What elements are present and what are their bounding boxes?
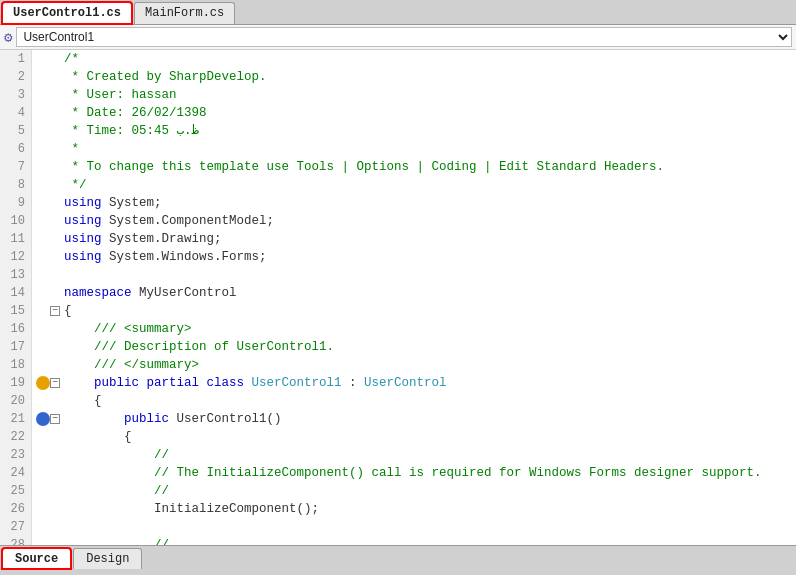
dropdown-bar: ⚙ UserControl1: [0, 25, 796, 50]
code-text-18: /// </summary>: [64, 356, 796, 374]
code-text-10: using System.ComponentModel;: [64, 212, 796, 230]
code-line-3: * User: hassan: [36, 86, 796, 104]
code-line-4: * Date: 26/02/1398: [36, 104, 796, 122]
line-number-16: 16: [6, 320, 25, 338]
code-text-11: using System.Drawing;: [64, 230, 796, 248]
code-text-1: /*: [64, 50, 796, 68]
code-line-17: /// Description of UserControl1.: [36, 338, 796, 356]
code-text-16: /// <summary>: [64, 320, 796, 338]
gutter-19[interactable]: −: [50, 374, 64, 392]
code-text-6: *: [64, 140, 796, 158]
line-number-19: 19: [6, 374, 25, 392]
code-text-5: * Time: 05:45 ظ.ب: [64, 122, 796, 140]
code-text-9: using System;: [64, 194, 796, 212]
line-number-24: 24: [6, 464, 25, 482]
code-text-3: * User: hassan: [64, 86, 796, 104]
code-text-28: //: [64, 536, 796, 545]
code-text-20: {: [64, 392, 796, 410]
code-line-7: * To change this template use Tools | Op…: [36, 158, 796, 176]
code-text-19: public partial class UserControl1 : User…: [64, 374, 796, 392]
code-text-26: InitializeComponent();: [64, 500, 796, 518]
gutter-15[interactable]: −: [50, 302, 64, 320]
line-number-14: 14: [6, 284, 25, 302]
code-line-6: *: [36, 140, 796, 158]
code-line-1: /*: [36, 50, 796, 68]
code-text-8: */: [64, 176, 796, 194]
line-number-25: 25: [6, 482, 25, 500]
code-line-21: − public UserControl1(): [36, 410, 796, 428]
tab-bar: UserControl1.csMainForm.cs: [0, 0, 796, 25]
line-number-6: 6: [6, 140, 25, 158]
code-line-16: /// <summary>: [36, 320, 796, 338]
code-text-2: * Created by SharpDevelop.: [64, 68, 796, 86]
line-number-13: 13: [6, 266, 25, 284]
line-number-23: 23: [6, 446, 25, 464]
line-number-10: 10: [6, 212, 25, 230]
line-number-28: 28: [6, 536, 25, 545]
line-number-26: 26: [6, 500, 25, 518]
code-line-8: */: [36, 176, 796, 194]
bottom-bar: SourceDesign: [0, 545, 796, 575]
code-line-13: [36, 266, 796, 284]
line-number-18: 18: [6, 356, 25, 374]
code-line-5: * Time: 05:45 ظ.ب: [36, 122, 796, 140]
code-text-23: //: [64, 446, 796, 464]
code-text-7: * To change this template use Tools | Op…: [64, 158, 796, 176]
code-text-22: {: [64, 428, 796, 446]
editor-area: 1234567891011121314151617181920212223242…: [0, 50, 796, 545]
line-number-20: 20: [6, 392, 25, 410]
code-line-26: InitializeComponent();: [36, 500, 796, 518]
code-line-25: //: [36, 482, 796, 500]
gutter-21[interactable]: −: [50, 410, 64, 428]
line-number-27: 27: [6, 518, 25, 536]
code-text-15: {: [64, 302, 796, 320]
code-line-15: −{: [36, 302, 796, 320]
code-line-20: {: [36, 392, 796, 410]
line-number-3: 3: [6, 86, 25, 104]
bottom-tab-design[interactable]: Design: [73, 548, 142, 569]
code-text-25: //: [64, 482, 796, 500]
code-content: /* * Created by SharpDevelop. * User: ha…: [32, 50, 796, 545]
code-line-19: − public partial class UserControl1 : Us…: [36, 374, 796, 392]
code-line-28: //: [36, 536, 796, 545]
class-dropdown[interactable]: UserControl1: [16, 27, 792, 47]
line-number-9: 9: [6, 194, 25, 212]
line-number-8: 8: [6, 176, 25, 194]
code-line-18: /// </summary>: [36, 356, 796, 374]
code-line-2: * Created by SharpDevelop.: [36, 68, 796, 86]
code-line-12: using System.Windows.Forms;: [36, 248, 796, 266]
code-line-10: using System.ComponentModel;: [36, 212, 796, 230]
code-text-12: using System.Windows.Forms;: [64, 248, 796, 266]
line-number-17: 17: [6, 338, 25, 356]
code-line-27: [36, 518, 796, 536]
code-text-17: /// Description of UserControl1.: [64, 338, 796, 356]
line-number-7: 7: [6, 158, 25, 176]
marker-19: [36, 374, 50, 392]
code-line-14: namespace MyUserControl: [36, 284, 796, 302]
code-text-14: namespace MyUserControl: [64, 284, 796, 302]
tab-mainform[interactable]: MainForm.cs: [134, 2, 235, 24]
line-number-4: 4: [6, 104, 25, 122]
line-number-15: 15: [6, 302, 25, 320]
code-text-4: * Date: 26/02/1398: [64, 104, 796, 122]
code-text-24: // The InitializeComponent() call is req…: [64, 464, 796, 482]
tab-usercontrol[interactable]: UserControl1.cs: [2, 2, 132, 24]
code-line-11: using System.Drawing;: [36, 230, 796, 248]
dropdown-icon: ⚙: [4, 29, 12, 46]
line-number-22: 22: [6, 428, 25, 446]
line-number-2: 2: [6, 68, 25, 86]
line-number-1: 1: [6, 50, 25, 68]
line-number-11: 11: [6, 230, 25, 248]
code-line-23: //: [36, 446, 796, 464]
code-text-21: public UserControl1(): [64, 410, 796, 428]
code-line-22: {: [36, 428, 796, 446]
code-line-9: using System;: [36, 194, 796, 212]
marker-21: [36, 410, 50, 428]
line-numbers: 1234567891011121314151617181920212223242…: [0, 50, 32, 545]
code-line-24: // The InitializeComponent() call is req…: [36, 464, 796, 482]
line-number-12: 12: [6, 248, 25, 266]
bottom-tab-source[interactable]: Source: [2, 548, 71, 569]
line-number-5: 5: [6, 122, 25, 140]
line-number-21: 21: [6, 410, 25, 428]
